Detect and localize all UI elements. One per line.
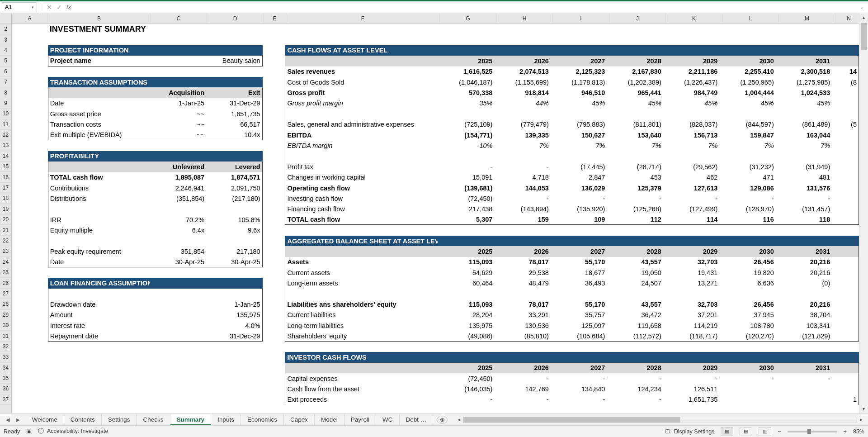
cell[interactable]: 2030 [719, 246, 775, 256]
cell[interactable]: Amount [48, 310, 150, 320]
cell[interactable] [263, 384, 285, 394]
cell[interactable] [285, 56, 438, 66]
row-header[interactable]: 9 [0, 98, 11, 109]
cell[interactable]: 119,658 [607, 320, 663, 331]
cell[interactable] [12, 225, 48, 235]
cell[interactable] [832, 278, 859, 288]
cell[interactable]: - [551, 394, 607, 405]
cell[interactable]: 37,201 [663, 310, 719, 320]
cell[interactable] [48, 236, 150, 246]
cell[interactable] [12, 172, 48, 182]
cell[interactable] [48, 373, 150, 384]
cell[interactable] [832, 140, 859, 151]
cell[interactable] [263, 119, 285, 130]
cell[interactable]: 144,053 [494, 183, 550, 193]
sheet-tab[interactable]: Debt … [400, 414, 434, 425]
cell[interactable]: (125,268) [607, 204, 663, 214]
cell[interactable] [263, 98, 285, 109]
cell[interactable] [438, 151, 494, 162]
col-header-J[interactable]: J [609, 13, 666, 24]
cell[interactable]: 1,024,533 [776, 87, 832, 98]
cell[interactable]: 7% [663, 140, 719, 151]
row-header[interactable]: 32 [0, 342, 11, 352]
cell[interactable] [719, 151, 775, 162]
cell[interactable] [607, 236, 663, 246]
zoom-in-button[interactable]: + [844, 428, 847, 435]
cell[interactable]: 351,854 [150, 246, 206, 256]
cell[interactable]: 131,576 [776, 183, 832, 193]
cell[interactable] [48, 342, 150, 352]
cell[interactable]: 45% [663, 98, 719, 109]
cell[interactable] [494, 109, 550, 119]
select-all-corner[interactable] [0, 13, 11, 24]
cell[interactable]: (1,155,699) [494, 77, 550, 87]
cell[interactable] [12, 342, 48, 352]
tab-next-icon[interactable]: ► [14, 416, 21, 423]
cell[interactable]: 2,246,941 [150, 183, 206, 193]
cell[interactable]: INVESTMENT SUMMARY [48, 24, 150, 34]
cell[interactable] [776, 394, 832, 405]
cell[interactable]: IRR [48, 214, 150, 225]
row-header[interactable]: 6 [0, 66, 11, 77]
cell[interactable]: 4.0% [206, 320, 262, 331]
row-header[interactable]: 4 [0, 45, 11, 56]
cell[interactable] [150, 394, 206, 405]
cell[interactable] [663, 236, 719, 246]
cell[interactable]: 116 [719, 214, 775, 225]
cell[interactable] [150, 45, 206, 56]
accessibility-status[interactable]: ⓘ Accessibility: Investigate [38, 428, 108, 435]
cell[interactable] [150, 34, 206, 45]
cell[interactable]: 2,300,518 [776, 66, 832, 77]
cell[interactable]: - [663, 373, 719, 384]
cell[interactable] [150, 363, 206, 373]
cell[interactable] [206, 34, 262, 45]
cell[interactable]: Unlevered [150, 162, 206, 172]
tab-nav-arrows[interactable]: ◄ ► [0, 416, 26, 423]
cell[interactable]: (795,883) [551, 119, 607, 130]
cell[interactable] [607, 109, 663, 119]
cell[interactable]: 136,029 [551, 183, 607, 193]
row-header[interactable]: 11 [0, 119, 11, 130]
cell[interactable]: 43,557 [607, 299, 663, 309]
cell[interactable] [263, 225, 285, 235]
cell[interactable]: (8 [832, 77, 859, 87]
cell[interactable]: ~~ [150, 109, 206, 119]
cell[interactable] [832, 310, 859, 320]
cell[interactable]: 108,780 [719, 320, 775, 331]
confirm-icon[interactable]: ✓ [57, 4, 62, 11]
cell[interactable] [607, 34, 663, 45]
cell[interactable] [48, 289, 150, 299]
cell[interactable] [263, 162, 285, 172]
cell[interactable] [551, 352, 607, 362]
cell[interactable]: (5 [832, 119, 859, 130]
cell[interactable]: (135,920) [551, 204, 607, 214]
cell[interactable] [263, 299, 285, 309]
cell[interactable] [719, 34, 775, 45]
cell[interactable]: 19,431 [663, 267, 719, 278]
cell[interactable]: ~~ [150, 130, 206, 140]
row-header[interactable]: 16 [0, 172, 11, 182]
cell[interactable] [48, 384, 150, 394]
cell[interactable] [263, 246, 285, 256]
cell[interactable] [494, 225, 550, 235]
sheet-tab[interactable]: Contents [64, 414, 102, 425]
cell[interactable]: 2029 [663, 56, 719, 66]
cell[interactable] [263, 45, 285, 56]
cell[interactable] [494, 45, 550, 56]
cell[interactable] [150, 352, 206, 362]
horizontal-scrollbar[interactable]: ◄ ► [452, 417, 868, 423]
cell[interactable]: 45% [776, 98, 832, 109]
cell[interactable] [206, 289, 262, 299]
cell[interactable]: 6,636 [719, 278, 775, 288]
row-header[interactable]: 3 [0, 34, 11, 45]
cell[interactable] [663, 289, 719, 299]
cell[interactable] [150, 236, 206, 246]
cell[interactable]: Changes in working capital [285, 172, 438, 182]
cell[interactable]: (31,949) [776, 162, 832, 172]
col-header-B[interactable]: B [48, 13, 151, 24]
cell[interactable] [832, 352, 859, 362]
cell[interactable]: EBITDA margin [285, 140, 438, 151]
cell[interactable]: 31-Dec-29 [206, 98, 262, 109]
cell[interactable] [832, 130, 859, 140]
cell[interactable] [832, 342, 859, 352]
